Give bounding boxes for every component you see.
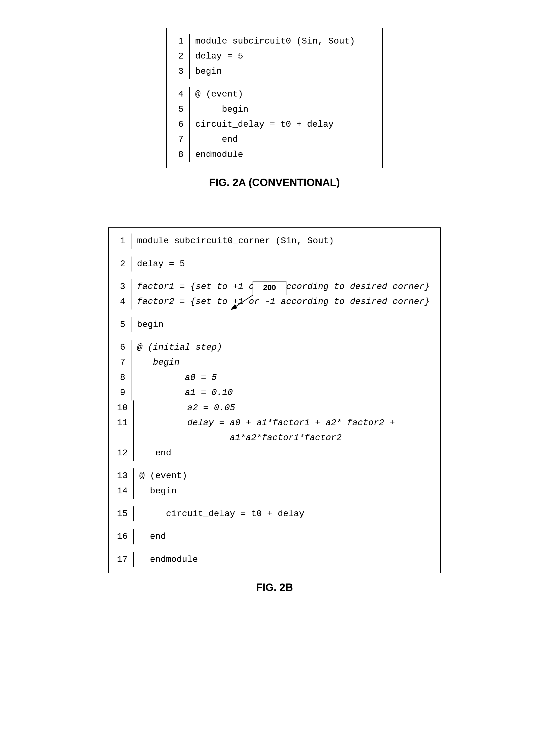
fig2b-line-num-3: 3	[117, 279, 131, 294]
line-content-2: delay = 5	[195, 49, 374, 64]
fig2b-line-num-4: 4	[117, 294, 131, 309]
fig2a-code-box: 1 module subcircuit0 (Sin, Sout) 2 delay…	[166, 28, 383, 168]
fig2b-line-num-10: 10	[117, 400, 133, 415]
fig2b-line-content-16: end	[139, 529, 432, 544]
fig2b-line-7: 7 begin	[117, 355, 432, 370]
line-content-6: circuit_delay = t0 + delay	[195, 117, 374, 132]
line-num-2: 2	[175, 49, 189, 64]
line-num-6: 6	[175, 117, 189, 132]
code-line-2: 2 delay = 5	[175, 49, 374, 64]
fig2b-line-num-6: 6	[117, 340, 131, 355]
line-content-1: module subcircuit0 (Sin, Sout)	[195, 34, 374, 49]
fig2b-line-11: 11 delay = a0 + a1*factor1 + a2* factor2…	[117, 415, 432, 446]
fig2b-line-9: 9 a1 = 0.10	[117, 385, 432, 400]
fig2b-caption: FIG. 2B	[256, 582, 293, 593]
line-content-4: @ (event)	[195, 87, 374, 102]
fig2b-line-num-2: 2	[117, 257, 131, 272]
fig2b-line-num-16: 16	[117, 529, 133, 544]
fig2b-line-content-13: @ (event)	[139, 468, 432, 483]
fig2b-line-content-11: delay = a0 + a1*factor1 + a2* factor2 + …	[139, 415, 432, 446]
fig2b-line-content-8: a0 = 5	[137, 370, 432, 385]
fig2b-line-content-14: begin	[139, 484, 432, 499]
fig2b-line-content-1: module subcircuit0_corner (Sin, Sout)	[137, 234, 432, 248]
fig2b-line-num-1: 1	[117, 234, 131, 248]
fig2b-line-num-13: 13	[117, 468, 133, 483]
fig2b-line-num-14: 14	[117, 484, 133, 499]
fig2b-line-15: 15 circuit_delay = t0 + delay	[117, 506, 432, 521]
fig2b-line-6: 6 @ (initial step)	[117, 340, 432, 355]
code-line-4: 4 @ (event)	[175, 87, 374, 102]
line-num-4: 4	[175, 87, 189, 102]
fig2b-line-17: 17 endmodule	[117, 552, 432, 567]
fig2b-line-13: 13 @ (event)	[117, 468, 432, 483]
fig2b-line-10: 10 a2 = 0.05	[117, 400, 432, 415]
page-container: 1 module subcircuit0 (Sin, Sout) 2 delay…	[80, 17, 469, 593]
fig2b-line-num-5: 5	[117, 317, 131, 332]
callout-arrow-svg: 200	[228, 267, 339, 323]
fig2b-line-8: 8 a0 = 5	[117, 370, 432, 385]
line-num-8: 8	[175, 147, 189, 162]
code-line-3: 3 begin	[175, 64, 374, 79]
svg-text:200: 200	[263, 283, 276, 292]
line-content-7: end	[195, 132, 374, 147]
line-num-7: 7	[175, 132, 189, 147]
fig2b-line-content-9: a1 = 0.10	[137, 385, 432, 400]
fig2b-line-content-10: a2 = 0.05	[139, 400, 432, 415]
fig2b-line-content-15: circuit_delay = t0 + delay	[139, 506, 432, 521]
fig2b-line-content-7: begin	[137, 355, 432, 370]
code-line-6: 6 circuit_delay = t0 + delay	[175, 117, 374, 132]
fig2b-container: 1 module subcircuit0_corner (Sin, Sout) …	[108, 222, 441, 593]
blank-line-1	[175, 79, 374, 87]
line-content-8: endmodule	[195, 147, 374, 162]
fig2b-line-num-11: 11	[117, 415, 133, 430]
fig2b-line-num-8: 8	[117, 370, 131, 385]
code-line-7: 7 end	[175, 132, 374, 147]
fig2b-line-16: 16 end	[117, 529, 432, 544]
line-content-3: begin	[195, 64, 374, 79]
fig2b-line-14: 14 begin	[117, 484, 432, 499]
fig2b-line-num-9: 9	[117, 385, 131, 400]
fig2b-line-content-12: end	[139, 446, 432, 461]
code-line-1: 1 module subcircuit0 (Sin, Sout)	[175, 34, 374, 49]
fig2b-line-12: 12 end	[117, 446, 432, 461]
fig2b-line-content-6: @ (initial step)	[137, 340, 432, 355]
code-line-5: 5 begin	[175, 102, 374, 117]
fig2a-container: 1 module subcircuit0 (Sin, Sout) 2 delay…	[166, 17, 383, 189]
fig2b-code-box: 1 module subcircuit0_corner (Sin, Sout) …	[108, 227, 441, 573]
fig2b-line-content-17: endmodule	[139, 552, 432, 567]
line-num-3: 3	[175, 64, 189, 79]
fig2b-line-num-12: 12	[117, 446, 133, 461]
fig2a-caption: FIG. 2A (CONVENTIONAL)	[209, 177, 340, 189]
fig2b-line-num-17: 17	[117, 552, 133, 567]
line-content-5: begin	[195, 102, 374, 117]
fig2b-line-num-7: 7	[117, 355, 131, 370]
fig2b-line-num-15: 15	[117, 506, 133, 521]
line-num-1: 1	[175, 34, 189, 49]
fig2b-line-1: 1 module subcircuit0_corner (Sin, Sout)	[117, 234, 432, 248]
code-line-8: 8 endmodule	[175, 147, 374, 162]
line-num-5: 5	[175, 102, 189, 117]
